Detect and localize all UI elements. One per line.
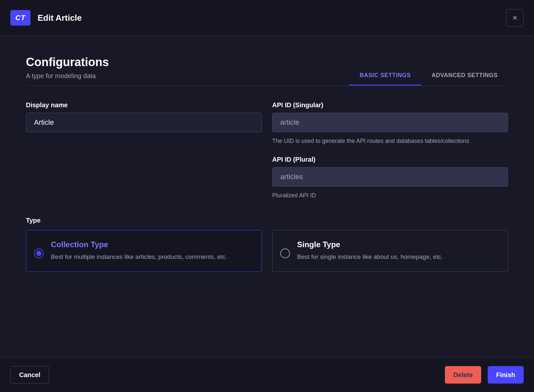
radio-inner-icon bbox=[36, 251, 41, 256]
header-left: CT Edit Article bbox=[10, 10, 82, 26]
display-name-label: Display name bbox=[26, 101, 262, 109]
display-name-group: Display name bbox=[26, 101, 262, 132]
api-id-plural-hint: Pluralized API ID bbox=[272, 191, 508, 200]
type-card-title: Collection Type bbox=[51, 240, 254, 249]
type-card-content: Collection Type Best for multiple instan… bbox=[51, 240, 254, 262]
type-section: Type Collection Type Best for multiple i… bbox=[26, 217, 508, 272]
modal-header: CT Edit Article bbox=[0, 0, 534, 36]
type-card-desc: Best for multiple instances like article… bbox=[51, 252, 254, 262]
type-option-collection[interactable]: Collection Type Best for multiple instan… bbox=[26, 230, 262, 272]
modal-content: Configurations A type for modeling data … bbox=[0, 36, 534, 282]
section-subtitle: A type for modeling data bbox=[26, 72, 109, 80]
close-icon bbox=[512, 15, 518, 21]
form-grid: Display name API ID (Singular) The UID i… bbox=[26, 101, 508, 210]
modal-title: Edit Article bbox=[38, 13, 82, 23]
form-col-right: API ID (Singular) The UID is used to gen… bbox=[272, 101, 508, 210]
section-header: Configurations A type for modeling data … bbox=[26, 55, 508, 86]
modal-footer: Cancel Delete Finish bbox=[0, 357, 534, 392]
api-id-plural-label: API ID (Plural) bbox=[272, 156, 508, 163]
content-type-badge: CT bbox=[10, 10, 30, 26]
type-label: Type bbox=[26, 217, 508, 224]
close-button[interactable] bbox=[506, 9, 524, 27]
tab-advanced-settings[interactable]: ADVANCED SETTINGS bbox=[421, 66, 508, 86]
tab-basic-settings[interactable]: BASIC SETTINGS bbox=[349, 66, 421, 86]
section-title: Configurations bbox=[26, 55, 109, 69]
settings-tabs: BASIC SETTINGS ADVANCED SETTINGS bbox=[349, 66, 508, 86]
type-option-single[interactable]: Single Type Best for single instance lik… bbox=[272, 230, 508, 272]
cancel-button[interactable]: Cancel bbox=[10, 366, 49, 384]
display-name-input[interactable] bbox=[26, 113, 262, 132]
api-id-plural-input[interactable] bbox=[272, 167, 508, 187]
api-id-plural-group: API ID (Plural) Pluralized API ID bbox=[272, 156, 508, 200]
type-card-content: Single Type Best for single instance lik… bbox=[297, 240, 500, 262]
delete-button[interactable]: Delete bbox=[445, 366, 481, 384]
radio-icon bbox=[280, 248, 290, 258]
api-id-singular-input[interactable] bbox=[272, 113, 508, 132]
type-options: Collection Type Best for multiple instan… bbox=[26, 230, 508, 272]
api-id-singular-group: API ID (Singular) The UID is used to gen… bbox=[272, 101, 508, 145]
radio-icon bbox=[34, 248, 44, 258]
type-card-desc: Best for single instance like about us, … bbox=[297, 252, 500, 262]
type-card-title: Single Type bbox=[297, 240, 500, 249]
section-header-left: Configurations A type for modeling data bbox=[26, 55, 109, 86]
footer-right: Delete Finish bbox=[445, 366, 524, 384]
api-id-singular-hint: The UID is used to generate the API rout… bbox=[272, 137, 508, 145]
finish-button[interactable]: Finish bbox=[488, 366, 524, 384]
form-col-left: Display name bbox=[26, 101, 262, 210]
radio-inner-icon bbox=[283, 251, 288, 256]
api-id-singular-label: API ID (Singular) bbox=[272, 101, 508, 109]
